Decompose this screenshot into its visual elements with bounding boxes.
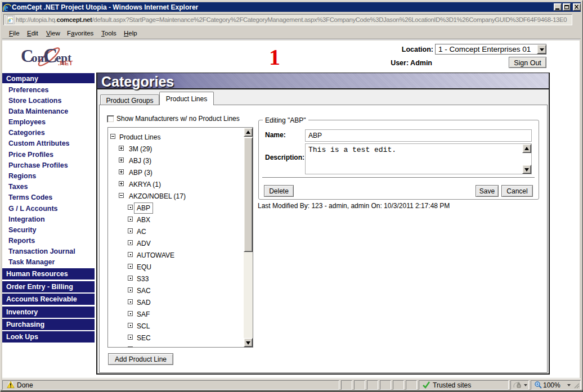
svg-text:.NET: .NET: [58, 60, 73, 66]
